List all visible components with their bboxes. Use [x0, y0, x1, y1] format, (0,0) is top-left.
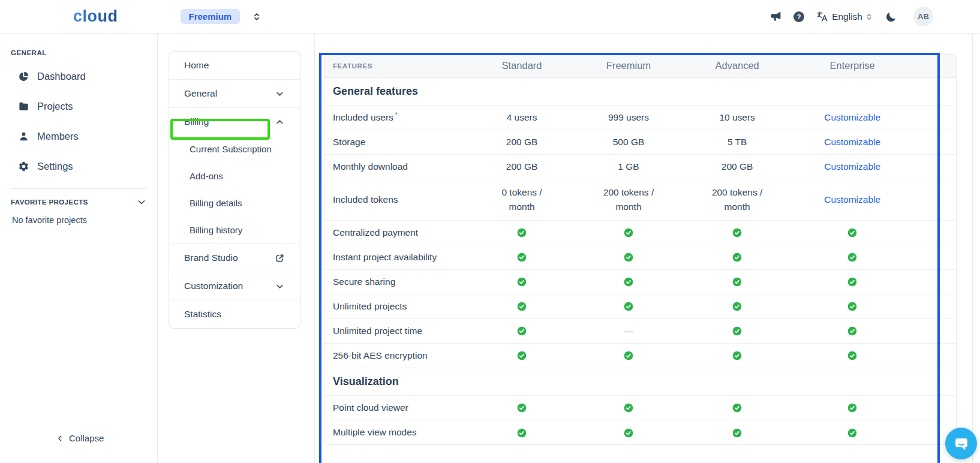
section-title: Visualization: [324, 368, 956, 395]
feature-name: Unlimited projects: [333, 301, 407, 311]
favorite-projects-label: FAVORITE PROJECTS: [11, 199, 88, 206]
chevron-down-icon[interactable]: [275, 282, 284, 291]
plan-value-cell: [681, 294, 793, 318]
favorite-projects-header[interactable]: FAVORITE PROJECTS: [11, 197, 146, 207]
feature-name: Point cloud viewer: [333, 402, 408, 413]
nav-item-brand-studio[interactable]: Brand Studio: [169, 244, 300, 272]
check-icon: [624, 302, 633, 311]
person-icon: [18, 131, 29, 142]
feature-name: Multiple view modes: [333, 427, 417, 437]
feature-name-cell: Multiple view modes: [324, 420, 468, 444]
feature-name: Unlimited project time: [333, 326, 422, 336]
nav-subitem-billing-history[interactable]: Billing history: [169, 217, 300, 243]
chevron-up-icon[interactable]: [275, 118, 284, 127]
translate-icon[interactable]: [816, 10, 828, 23]
collapse-label: Collapse: [69, 433, 104, 443]
nav-subitem-add-ons[interactable]: Add-ons: [169, 163, 300, 190]
check-icon: [847, 326, 857, 336]
table-row: Centralized payment: [324, 220, 956, 245]
chevron-down-icon[interactable]: [137, 197, 146, 207]
nav-item-customization[interactable]: Customization: [169, 272, 300, 300]
feature-name-cell: Monthly download: [324, 154, 468, 179]
language-updown-icon[interactable]: [865, 13, 873, 21]
language-selector[interactable]: English: [832, 11, 862, 22]
feature-name-cell: Secure sharing: [324, 269, 468, 294]
section-row: General features: [324, 77, 956, 105]
feature-name-cell: Storage: [324, 130, 468, 154]
sidebar-item-projects[interactable]: Projects: [0, 91, 157, 121]
plan-value-cell: [793, 245, 956, 269]
sidebar-item-settings[interactable]: Settings: [0, 151, 157, 181]
help-icon[interactable]: ?: [793, 11, 804, 22]
check-icon: [847, 252, 857, 262]
sidebar-section-label: GENERAL: [11, 49, 157, 56]
collapse-sidebar-button[interactable]: Collapse: [56, 433, 104, 443]
sidebar-item-label: Projects: [37, 101, 73, 112]
plan-value-cell: [576, 245, 681, 269]
user-avatar[interactable]: AB: [913, 7, 933, 26]
feature-name: Monthly download: [333, 161, 408, 172]
plan-value: 4 users: [507, 112, 537, 122]
plan-value-cell: [576, 220, 681, 245]
feature-name: Centralized payment: [333, 227, 418, 237]
check-icon: [732, 228, 742, 237]
table-row: Unlimited projects: [324, 294, 956, 318]
nav-item-billing[interactable]: Billing: [169, 108, 300, 136]
feature-name: Included tokens: [333, 194, 398, 205]
app-logo: cloud: [73, 7, 118, 26]
plan-switcher-updown-icon[interactable]: [252, 12, 261, 22]
plan-value-cell: 500 GB: [576, 130, 681, 154]
chat-launcher-button[interactable]: [945, 428, 977, 459]
check-icon: [624, 351, 633, 360]
sidebar-item-members[interactable]: Members: [0, 121, 157, 151]
column-header-advanced: Advanced: [681, 55, 793, 77]
feature-name-cell: Point cloud viewer: [324, 395, 468, 420]
sidebar-item-dashboard[interactable]: Dashboard: [0, 61, 157, 91]
nav-item-label: Brand Studio: [184, 252, 238, 263]
plan-value-cell: [468, 395, 576, 420]
plan-value-cell: 200 GB: [681, 154, 793, 179]
plan-value-cell: [793, 294, 956, 318]
chat-bubble-icon: [952, 435, 970, 453]
nav-item-label: Billing: [184, 116, 209, 127]
megaphone-icon[interactable]: [769, 11, 782, 22]
feature-name: Included users: [333, 112, 393, 122]
customizable-link[interactable]: Customizable: [824, 161, 880, 172]
plan-value-cell: Customizable: [793, 130, 956, 154]
nav-subitem-label: Current Subscription: [190, 144, 272, 154]
customizable-link[interactable]: Customizable: [824, 194, 880, 205]
table-row: Unlimited project time—: [324, 318, 956, 343]
nav-subitem-label: Billing history: [190, 225, 242, 235]
plans-comparison-table: FEATURES StandardFreemiumAdvancedEnterpr…: [324, 54, 957, 445]
customizable-link[interactable]: Customizable: [824, 137, 880, 147]
settings-nav-menu: HomeGeneralBillingCurrent SubscriptionAd…: [169, 51, 300, 329]
plan-value-cell: 5 TB: [681, 130, 793, 154]
feature-name-cell: Included tokens: [324, 179, 468, 220]
table-row: Storage200 GB500 GB5 TBCustomizable: [324, 130, 956, 154]
chevron-down-icon[interactable]: [275, 89, 284, 98]
table-row: Instant project availability: [324, 245, 956, 269]
nav-item-home[interactable]: Home: [169, 52, 300, 79]
nav-subitem-billing-details[interactable]: Billing details: [169, 190, 300, 217]
plan-value: 200 GB: [506, 161, 538, 172]
check-icon: [732, 403, 742, 413]
plan-badge[interactable]: Freemium: [181, 9, 241, 24]
table-header-features: FEATURES: [324, 55, 468, 77]
nav-item-general[interactable]: General: [169, 80, 300, 107]
plan-value: 999 users: [608, 112, 649, 122]
plan-value-cell: [468, 318, 576, 343]
plan-value-cell: [793, 343, 956, 368]
nav-item-statistics[interactable]: Statistics: [169, 300, 300, 328]
nav-item-label: General: [184, 88, 217, 99]
dark-mode-moon-icon[interactable]: [885, 11, 897, 23]
table-row: 256-bit AES encryption: [324, 343, 956, 368]
customizable-link[interactable]: Customizable: [824, 112, 880, 122]
table-row: Secure sharing: [324, 269, 956, 294]
check-icon: [517, 326, 527, 336]
nav-subitem-current-subscription[interactable]: Current Subscription: [169, 136, 300, 163]
section-title: General features: [324, 77, 956, 105]
plan-value-cell: [681, 245, 793, 269]
check-icon: [847, 428, 857, 438]
plan-value-cell: [681, 269, 793, 294]
plan-value: 10 users: [719, 112, 754, 122]
